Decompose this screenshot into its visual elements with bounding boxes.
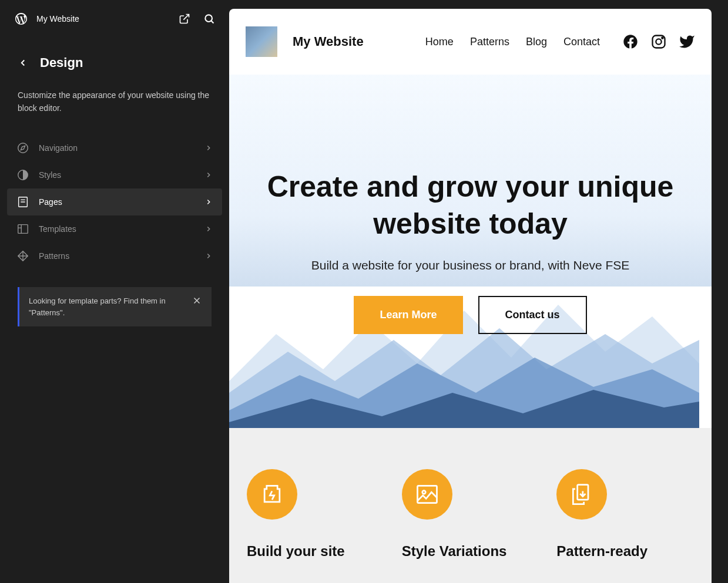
feature-style: Style Variations xyxy=(402,469,539,560)
menu-label: Patterns xyxy=(39,251,195,261)
preview-wrap: My Website Home Patterns Blog Contact Cr… xyxy=(229,0,728,583)
learn-more-button[interactable]: Learn More xyxy=(354,296,462,334)
sidebar: My Website Design Customize the appearan… xyxy=(0,0,229,583)
chevron-right-icon xyxy=(204,225,213,233)
wordpress-logo-icon[interactable] xyxy=(14,12,28,26)
svg-point-9 xyxy=(422,491,425,494)
design-description: Customize the appearance of your website… xyxy=(18,89,212,114)
nav-link-contact[interactable]: Contact xyxy=(563,36,600,48)
features-section: Build your site Style Variations Pattern… xyxy=(229,428,712,583)
feature-title: Build your site xyxy=(247,543,384,560)
external-link-icon[interactable] xyxy=(179,13,190,25)
nav-link-blog[interactable]: Blog xyxy=(526,36,547,48)
close-icon[interactable] xyxy=(192,295,202,306)
design-section: Design Customize the appearance of your … xyxy=(0,38,229,123)
social-icons xyxy=(622,33,695,50)
nav-link-patterns[interactable]: Patterns xyxy=(470,36,509,48)
feature-title: Style Variations xyxy=(402,543,539,560)
svg-rect-4 xyxy=(18,225,28,234)
site-logo[interactable] xyxy=(246,26,277,57)
sidebar-item-templates[interactable]: Templates xyxy=(7,215,222,242)
sidebar-item-pages[interactable]: Pages xyxy=(7,188,222,215)
feature-pattern: Pattern-ready xyxy=(556,469,694,560)
design-header: Design xyxy=(18,55,212,70)
sidebar-header: My Website xyxy=(0,0,229,38)
svg-point-1 xyxy=(18,143,28,153)
facebook-icon[interactable] xyxy=(622,33,639,50)
hero-title: Create and grow your unique website toda… xyxy=(253,169,688,242)
menu-list: Navigation Styles Pages Templates Patter… xyxy=(0,123,229,281)
sidebar-item-styles[interactable]: Styles xyxy=(7,161,222,188)
nav-link-home[interactable]: Home xyxy=(425,36,454,48)
chevron-right-icon xyxy=(204,144,213,152)
chevron-right-icon xyxy=(204,171,213,179)
search-icon[interactable] xyxy=(203,13,215,25)
preview-nav: My Website Home Patterns Blog Contact xyxy=(229,9,712,75)
back-arrow-icon[interactable] xyxy=(18,58,28,68)
chevron-right-icon xyxy=(204,252,213,260)
menu-label: Templates xyxy=(39,224,195,234)
sidebar-item-patterns[interactable]: Patterns xyxy=(7,242,222,269)
header-icons xyxy=(179,13,215,25)
svg-point-0 xyxy=(205,15,212,22)
hero-section: Create and grow your unique website toda… xyxy=(229,75,712,428)
image-icon xyxy=(402,469,452,520)
notice-text: Looking for template parts? Find them in… xyxy=(29,295,184,318)
twitter-icon[interactable] xyxy=(679,33,695,50)
chevron-right-icon xyxy=(204,198,213,206)
menu-label: Navigation xyxy=(39,143,195,153)
svg-point-7 xyxy=(662,37,663,38)
nav-links: Home Patterns Blog Contact xyxy=(425,36,600,48)
site-title[interactable]: My Website xyxy=(293,34,410,49)
menu-label: Styles xyxy=(39,170,195,180)
notice-box: Looking for template parts? Find them in… xyxy=(18,287,212,326)
page-icon xyxy=(16,196,29,208)
layout-icon xyxy=(16,223,29,235)
feature-title: Pattern-ready xyxy=(556,543,694,560)
svg-point-6 xyxy=(656,39,661,44)
design-title: Design xyxy=(40,55,83,70)
contact-us-button[interactable]: Contact us xyxy=(478,296,587,334)
feature-build: Build your site xyxy=(247,469,384,560)
menu-label: Pages xyxy=(39,197,195,207)
diamond-icon xyxy=(16,250,29,262)
contrast-icon xyxy=(16,169,29,181)
sidebar-item-navigation[interactable]: Navigation xyxy=(7,134,222,161)
compass-icon xyxy=(16,141,29,154)
hero-subtitle: Build a website for your business or bra… xyxy=(253,258,688,272)
copy-icon xyxy=(556,469,607,520)
site-name[interactable]: My Website xyxy=(36,14,170,23)
site-preview[interactable]: My Website Home Patterns Blog Contact Cr… xyxy=(229,9,712,583)
battery-icon xyxy=(247,469,297,520)
instagram-icon[interactable] xyxy=(650,33,667,50)
hero-buttons: Learn More Contact us xyxy=(253,296,688,334)
